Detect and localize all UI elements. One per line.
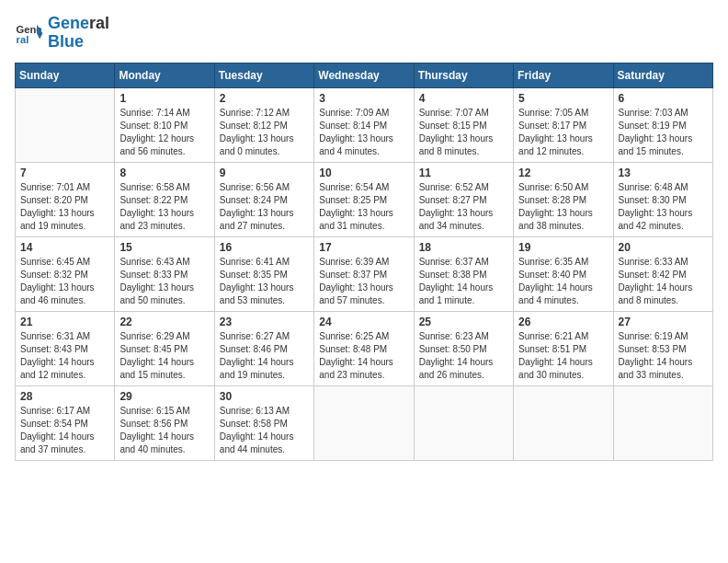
day-info: Sunrise: 7:14 AM Sunset: 8:10 PM Dayligh… <box>119 107 209 158</box>
day-of-week-header: Wednesday <box>314 63 414 87</box>
calendar-cell: 27 Sunrise: 6:19 AM Sunset: 8:53 PM Dayl… <box>613 311 712 385</box>
day-number: 7 <box>20 167 109 179</box>
day-info: Sunrise: 6:21 AM Sunset: 8:51 PM Dayligh… <box>518 330 608 382</box>
calendar-cell: 8 Sunrise: 6:58 AM Sunset: 8:22 PM Dayli… <box>115 162 214 236</box>
day-info: Sunrise: 6:27 AM Sunset: 8:46 PM Dayligh… <box>220 330 309 382</box>
sunset-text: Sunset: 8:40 PM <box>518 269 608 282</box>
sunrise-text: Sunrise: 6:17 AM <box>20 405 109 418</box>
sunset-text: Sunset: 8:10 PM <box>119 120 209 132</box>
calendar-cell: 11 Sunrise: 6:52 AM Sunset: 8:27 PM Dayl… <box>414 162 513 236</box>
calendar-cell: 19 Sunrise: 6:35 AM Sunset: 8:40 PM Dayl… <box>514 236 613 311</box>
day-number: 8 <box>119 167 209 179</box>
calendar-cell: 25 Sunrise: 6:23 AM Sunset: 8:50 PM Dayl… <box>414 311 513 385</box>
day-number: 11 <box>419 167 508 179</box>
daylight-text: Daylight: 14 hours and 15 minutes. <box>119 356 209 382</box>
day-number: 6 <box>619 92 708 105</box>
sunset-text: Sunset: 8:51 PM <box>518 343 608 356</box>
svg-text:ral: ral <box>17 34 29 45</box>
sunrise-text: Sunrise: 7:07 AM <box>419 107 508 120</box>
day-of-week-header: Sunday <box>16 63 115 87</box>
day-number: 18 <box>419 241 508 254</box>
sunrise-text: Sunrise: 6:48 AM <box>619 181 708 194</box>
day-info: Sunrise: 7:09 AM Sunset: 8:14 PM Dayligh… <box>319 107 408 158</box>
daylight-text: Daylight: 13 hours and 19 minutes. <box>20 207 109 233</box>
sunset-text: Sunset: 8:17 PM <box>518 120 608 132</box>
day-number: 16 <box>220 241 309 254</box>
sunrise-text: Sunrise: 6:50 AM <box>518 181 608 194</box>
sunset-text: Sunset: 8:42 PM <box>619 269 708 282</box>
sunset-text: Sunset: 8:12 PM <box>220 120 309 132</box>
sunset-text: Sunset: 8:15 PM <box>419 120 508 132</box>
sunset-text: Sunset: 8:25 PM <box>319 194 408 207</box>
day-info: Sunrise: 6:25 AM Sunset: 8:48 PM Dayligh… <box>319 330 408 382</box>
day-number: 28 <box>20 390 109 403</box>
sunset-text: Sunset: 8:38 PM <box>419 269 508 282</box>
daylight-text: Daylight: 13 hours and 50 minutes. <box>119 282 209 307</box>
sunset-text: Sunset: 8:43 PM <box>20 343 109 356</box>
sunset-text: Sunset: 8:14 PM <box>319 120 408 132</box>
calendar-cell: 20 Sunrise: 6:33 AM Sunset: 8:42 PM Dayl… <box>613 236 712 311</box>
daylight-text: Daylight: 13 hours and 23 minutes. <box>119 207 209 233</box>
day-info: Sunrise: 6:31 AM Sunset: 8:43 PM Dayligh… <box>20 330 109 382</box>
daylight-text: Daylight: 14 hours and 33 minutes. <box>619 356 708 382</box>
day-info: Sunrise: 6:29 AM Sunset: 8:45 PM Dayligh… <box>119 330 209 382</box>
sunset-text: Sunset: 8:58 PM <box>220 418 309 431</box>
sunrise-text: Sunrise: 6:29 AM <box>119 330 209 343</box>
day-info: Sunrise: 6:13 AM Sunset: 8:58 PM Dayligh… <box>220 405 309 456</box>
sunset-text: Sunset: 8:35 PM <box>220 269 309 282</box>
calendar-week-row: 7 Sunrise: 7:01 AM Sunset: 8:20 PM Dayli… <box>16 162 713 236</box>
day-info: Sunrise: 6:15 AM Sunset: 8:56 PM Dayligh… <box>119 405 209 456</box>
day-number: 1 <box>119 92 209 105</box>
day-number: 13 <box>619 167 708 179</box>
sunset-text: Sunset: 8:50 PM <box>419 343 508 356</box>
daylight-text: Daylight: 13 hours and 4 minutes. <box>319 132 408 158</box>
sunset-text: Sunset: 8:27 PM <box>419 194 508 207</box>
logo-icon: Gene ral <box>15 18 44 48</box>
calendar-cell: 2 Sunrise: 7:12 AM Sunset: 8:12 PM Dayli… <box>214 87 313 162</box>
calendar-cell: 7 Sunrise: 7:01 AM Sunset: 8:20 PM Dayli… <box>16 162 115 236</box>
day-info: Sunrise: 7:03 AM Sunset: 8:19 PM Dayligh… <box>619 107 708 158</box>
calendar-cell: 6 Sunrise: 7:03 AM Sunset: 8:19 PM Dayli… <box>613 87 712 162</box>
daylight-text: Daylight: 14 hours and 40 minutes. <box>119 431 209 456</box>
sunset-text: Sunset: 8:45 PM <box>119 343 209 356</box>
calendar-cell: 9 Sunrise: 6:56 AM Sunset: 8:24 PM Dayli… <box>214 162 313 236</box>
sunset-text: Sunset: 8:28 PM <box>518 194 608 207</box>
sunrise-text: Sunrise: 6:58 AM <box>119 181 209 194</box>
calendar-cell <box>514 385 613 460</box>
daylight-text: Daylight: 14 hours and 12 minutes. <box>20 356 109 382</box>
day-info: Sunrise: 7:12 AM Sunset: 8:12 PM Dayligh… <box>220 107 309 158</box>
sunrise-text: Sunrise: 6:15 AM <box>119 405 209 418</box>
daylight-text: Daylight: 14 hours and 8 minutes. <box>619 282 708 307</box>
calendar-cell: 4 Sunrise: 7:07 AM Sunset: 8:15 PM Dayli… <box>414 87 513 162</box>
daylight-text: Daylight: 14 hours and 19 minutes. <box>220 356 309 382</box>
daylight-text: Daylight: 14 hours and 37 minutes. <box>20 431 109 456</box>
sunset-text: Sunset: 8:32 PM <box>20 269 109 282</box>
day-number: 3 <box>319 92 408 105</box>
daylight-text: Daylight: 13 hours and 46 minutes. <box>20 282 109 307</box>
daylight-text: Daylight: 14 hours and 1 minute. <box>419 282 508 307</box>
day-of-week-header: Tuesday <box>214 63 313 87</box>
sunrise-text: Sunrise: 6:39 AM <box>319 256 408 269</box>
day-of-week-header: Friday <box>514 63 613 87</box>
daylight-text: Daylight: 13 hours and 0 minutes. <box>220 132 309 158</box>
day-info: Sunrise: 6:41 AM Sunset: 8:35 PM Dayligh… <box>220 256 309 307</box>
day-info: Sunrise: 6:37 AM Sunset: 8:38 PM Dayligh… <box>419 256 508 307</box>
day-number: 19 <box>518 241 608 254</box>
sunrise-text: Sunrise: 6:27 AM <box>220 330 309 343</box>
daylight-text: Daylight: 12 hours and 56 minutes. <box>119 132 209 158</box>
sunset-text: Sunset: 8:33 PM <box>119 269 209 282</box>
calendar-cell: 5 Sunrise: 7:05 AM Sunset: 8:17 PM Dayli… <box>514 87 613 162</box>
day-of-week-header: Thursday <box>414 63 513 87</box>
sunrise-text: Sunrise: 6:33 AM <box>619 256 708 269</box>
day-info: Sunrise: 7:07 AM Sunset: 8:15 PM Dayligh… <box>419 107 508 158</box>
sunrise-text: Sunrise: 6:54 AM <box>319 181 408 194</box>
calendar-cell <box>613 385 712 460</box>
day-number: 14 <box>20 241 109 254</box>
sunrise-text: Sunrise: 6:19 AM <box>619 330 708 343</box>
daylight-text: Daylight: 13 hours and 42 minutes. <box>619 207 708 233</box>
sunrise-text: Sunrise: 6:41 AM <box>220 256 309 269</box>
day-info: Sunrise: 6:58 AM Sunset: 8:22 PM Dayligh… <box>119 181 209 233</box>
day-info: Sunrise: 6:19 AM Sunset: 8:53 PM Dayligh… <box>619 330 708 382</box>
day-number: 12 <box>518 167 608 179</box>
daylight-text: Daylight: 14 hours and 44 minutes. <box>220 431 309 456</box>
